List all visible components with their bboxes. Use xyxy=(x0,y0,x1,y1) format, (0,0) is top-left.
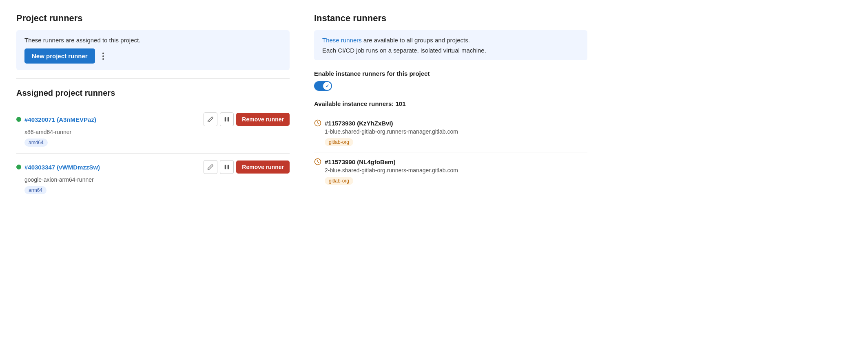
dot1 xyxy=(102,53,104,54)
instance-info-line2: Each CI/CD job runs on a separate, isola… xyxy=(322,47,579,54)
runner-status-indicator-2 xyxy=(16,165,21,169)
runner-desc-1: x86-amd64-runner xyxy=(24,129,290,135)
instance-runner-name-row-2: #11573990 (NL4gfoBem) xyxy=(314,158,587,165)
dot3 xyxy=(102,58,104,60)
pause-runner-button-1[interactable] xyxy=(220,112,234,126)
instance-runner-link-2[interactable]: #11573990 (NL4gfoBem) xyxy=(325,158,395,165)
runner-actions-1: Remove runner xyxy=(204,112,290,126)
runner-tag-1: amd64 xyxy=(24,139,48,147)
svg-rect-2 xyxy=(225,165,226,169)
instance-runners-title: Instance runners xyxy=(314,13,587,24)
runner-status-indicator-1 xyxy=(16,117,21,122)
left-column: Project runners These runners are assign… xyxy=(16,13,290,201)
edit-runner-button-2[interactable] xyxy=(204,160,217,174)
info-box-actions: New project runner xyxy=(24,48,281,64)
runner-link-2[interactable]: #40303347 (vWMDmzzSw) xyxy=(24,164,100,171)
instance-runner-tag-2: gitlab-org xyxy=(325,177,353,185)
instance-runner-host-1: 1-blue.shared-gitlab-org.runners-manager… xyxy=(325,128,587,135)
dot2 xyxy=(102,55,104,57)
instance-runner-item-1: #11573930 (KzYhZxBvi) 1-blue.shared-gitl… xyxy=(314,114,587,152)
enable-instance-runners-toggle[interactable]: ✓ xyxy=(314,81,332,91)
runner-desc-2: google-axion-arm64-runner xyxy=(24,176,290,183)
assigned-runners-list: #40320071 (A3nMEVPaz) xyxy=(16,106,290,201)
runner-header-1: #40320071 (A3nMEVPaz) xyxy=(16,112,290,126)
toggle-track: ✓ xyxy=(314,81,332,91)
edit-runner-button-1[interactable] xyxy=(204,112,217,126)
remove-runner-button-2[interactable]: Remove runner xyxy=(236,161,290,174)
divider xyxy=(16,78,290,79)
instance-runner-tag-1: gitlab-org xyxy=(325,138,353,146)
toggle-thumb: ✓ xyxy=(323,82,331,90)
svg-rect-1 xyxy=(228,117,229,122)
project-runners-info-text: These runners are assigned to this proje… xyxy=(24,37,281,44)
new-project-runner-button[interactable]: New project runner xyxy=(24,48,95,64)
pause-runner-button-2[interactable] xyxy=(220,160,234,174)
runner-link-1[interactable]: #40320071 (A3nMEVPaz) xyxy=(24,116,96,123)
instance-runner-host-2: 2-blue.shared-gitlab-org.runners-manager… xyxy=(325,167,587,174)
svg-rect-0 xyxy=(225,117,226,122)
runner-name-row-1: #40320071 (A3nMEVPaz) xyxy=(16,116,96,123)
remove-runner-button-1[interactable]: Remove runner xyxy=(236,113,290,126)
right-column: Instance runners These runners are avail… xyxy=(314,13,587,201)
enable-instance-runners-row: Enable instance runners for this project… xyxy=(314,70,587,92)
instance-runners-list: #11573930 (KzYhZxBvi) 1-blue.shared-gitl… xyxy=(314,114,587,191)
svg-rect-3 xyxy=(228,165,229,169)
instance-runner-link-1[interactable]: #11573930 (KzYhZxBvi) xyxy=(325,120,393,127)
more-options-icon[interactable] xyxy=(101,51,106,62)
these-runners-link[interactable]: These runners xyxy=(322,37,362,44)
runner-header-2: #40303347 (vWMDmzzSw) xyxy=(16,160,290,174)
instance-runner-item-2: #11573990 (NL4gfoBem) 2-blue.shared-gitl… xyxy=(314,152,587,191)
project-runners-info-box: These runners are assigned to this proje… xyxy=(16,30,290,70)
runner-actions-2: Remove runner xyxy=(204,160,290,174)
toggle-check-icon: ✓ xyxy=(326,84,329,89)
runner-name-row-2: #40303347 (vWMDmzzSw) xyxy=(16,164,100,171)
project-runner-item-2: #40303347 (vWMDmzzSw) xyxy=(16,154,290,201)
clock-icon-1 xyxy=(314,119,321,127)
available-runners-header: Available instance runners: 101 xyxy=(314,100,587,107)
project-runner-item-1: #40320071 (A3nMEVPaz) xyxy=(16,106,290,154)
enable-instance-runners-label: Enable instance runners for this project xyxy=(314,70,587,77)
runner-tag-2: arm64 xyxy=(24,186,46,194)
project-runners-title: Project runners xyxy=(16,13,290,24)
instance-runner-name-row-1: #11573930 (KzYhZxBvi) xyxy=(314,119,587,127)
instance-info-line1: These runners are available to all group… xyxy=(322,37,579,44)
clock-icon-2 xyxy=(314,158,321,165)
assigned-runners-title: Assigned project runners xyxy=(16,88,290,98)
instance-runners-info-box: These runners are available to all group… xyxy=(314,30,587,60)
instance-info-text1: are available to all groups and projects… xyxy=(362,37,470,44)
